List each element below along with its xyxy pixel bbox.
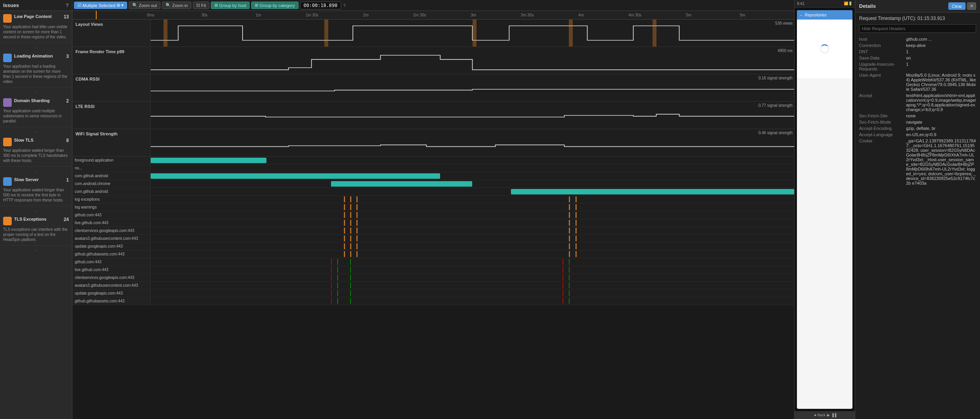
- group-by-host-button[interactable]: ⊞ Group by host: [211, 2, 250, 9]
- waterfall-bar-area: [151, 188, 794, 195]
- group-by-category-button[interactable]: ⊞ Group by category: [251, 2, 298, 9]
- chart-section-wifi-signal: WiFi Signal Strength0.46 signal strength: [72, 129, 794, 156]
- chart-metric-name: Layout Views: [76, 22, 103, 27]
- issue-desc: TLS exceptions can interfere with the pr…: [3, 227, 69, 242]
- timing-tick: [344, 212, 345, 218]
- waterfall-row[interactable]: log exceptions: [72, 196, 794, 203]
- timing-tick: [350, 212, 351, 218]
- zoom-out-button[interactable]: 🔍 Zoom out: [129, 2, 160, 9]
- waterfall-bar-area: [151, 290, 794, 297]
- help-icon[interactable]: ?: [66, 2, 69, 8]
- phone-time: 9:41: [797, 2, 804, 6]
- waterfall-row[interactable]: com.github.android: [72, 188, 794, 196]
- waterfall-row[interactable]: no...: [72, 164, 794, 172]
- timing-tick: [350, 251, 351, 257]
- issue-more[interactable]: ...: [0, 88, 72, 95]
- chart-metric-name: WiFi Signal Strength: [76, 131, 117, 136]
- detail-row: Sec-Fetch-Modenavigate: [859, 120, 976, 124]
- waterfall-row[interactable]: avatars3.githubusercontent.com:443: [72, 282, 794, 290]
- back-button[interactable]: ◄ Back: [813, 413, 825, 417]
- waterfall-row[interactable]: github.githubassets.com:443: [72, 250, 794, 258]
- waterfall-row[interactable]: com.android.chrome: [72, 180, 794, 188]
- detail-row: Accepttext/html,application/xhtml+xml,ap…: [859, 93, 976, 112]
- issue-desc: Your application had little user-visible…: [3, 24, 69, 40]
- ruler-mark-11: 5m: [740, 13, 745, 17]
- issue-more[interactable]: ...: [0, 127, 72, 135]
- waterfall-row[interactable]: com.github.android: [72, 172, 794, 180]
- chart-metric-name: LTE RSSI: [76, 104, 95, 109]
- waterfall-row[interactable]: log warnings: [72, 203, 794, 211]
- zoom-in-icon: 🔍: [165, 3, 171, 8]
- waterfall-row-label: log exceptions: [72, 196, 151, 203]
- timing-tick: [356, 196, 358, 202]
- timing-tick: [344, 196, 345, 202]
- waterfall-row[interactable]: update.googleapis.com:443: [72, 290, 794, 297]
- request-bar: [569, 259, 570, 265]
- waterfall-row[interactable]: github.githubassets.com:443: [72, 297, 794, 305]
- waterfall-row-label: github.githubassets.com:443: [72, 250, 151, 258]
- ruler-mark-1: 30s: [201, 13, 207, 17]
- clear-button[interactable]: Clear: [948, 2, 966, 10]
- timing-tick: [569, 204, 570, 210]
- request-bar: [350, 282, 351, 288]
- phone-controls[interactable]: ◄ Back ▶ ▐▐: [795, 411, 855, 419]
- timing-tick: [356, 204, 358, 210]
- waterfall-bar-area: [151, 156, 794, 164]
- issue-item-slow-server[interactable]: Slow Server 1 Your application waited lo…: [0, 174, 72, 206]
- issue-count: 1: [66, 177, 69, 183]
- detail-row: User-AgentMozilla/5.0 (Linux; Android 9;…: [859, 73, 976, 92]
- waterfall-row[interactable]: avatars3.githubusercontent.com:443: [72, 235, 794, 243]
- waterfall-row-label: foreground.application: [72, 156, 151, 164]
- request-timestamp: Request Timestamp (UTC): 01:15:33.913: [859, 16, 976, 21]
- timing-tick: [350, 220, 351, 226]
- timing-tick: [356, 228, 358, 234]
- request-bar: [563, 298, 563, 304]
- detail-field-value: en-US,en;q=0.9: [906, 132, 976, 137]
- waterfall-row[interactable]: github.com:443: [72, 258, 794, 266]
- issue-item-domain-sharding[interactable]: Domain Sharding 2 Your application used …: [0, 95, 72, 127]
- request-bar: [569, 290, 570, 296]
- chart-value-frame-render: 4950 ms: [778, 49, 793, 53]
- timing-tick: [356, 243, 358, 249]
- ruler-mark-3: 1m 30s: [306, 13, 318, 17]
- multiple-selected-button[interactable]: ☑ Multiple Selected ⊞ ▾: [74, 2, 127, 9]
- issue-more[interactable]: ...: [0, 167, 72, 174]
- issue-item-loading-animation[interactable]: Loading Animation 3 Your application had…: [0, 50, 72, 88]
- waterfall-row[interactable]: live.github.com:443: [72, 219, 794, 227]
- detail-fields: hostgithub.com ...Connectionkeep-aliveDN…: [859, 37, 976, 185]
- zoom-in-button[interactable]: 🔍 Zoom in: [162, 2, 191, 9]
- issue-more[interactable]: ...: [0, 43, 72, 50]
- request-bar: [563, 275, 563, 281]
- waterfall-row[interactable]: clientservices.googleapis.com:443: [72, 274, 794, 282]
- detail-field-key: Upgrade-Insecure-Requests: [859, 62, 906, 71]
- chart-canvas-wifi-signal: 0.46 signal strength: [151, 129, 794, 156]
- issue-item-low-page-content[interactable]: Low Page Content 13 Your application had…: [0, 11, 72, 43]
- ruler-mark-6: 3m: [471, 13, 476, 17]
- timer-help-icon[interactable]: ?: [343, 3, 346, 8]
- waterfall-row-label: avatars3.githubusercontent.com:443: [72, 235, 151, 242]
- issue-item-tls-exceptions[interactable]: TLS Exceptions 24 TLS exceptions can int…: [0, 214, 72, 246]
- waterfall-row[interactable]: clientservices.googleapis.com:443: [72, 227, 794, 235]
- play-button[interactable]: ▶: [827, 413, 830, 417]
- pause-button[interactable]: ▐▐: [831, 413, 836, 417]
- issue-desc: Your application had a loading animation…: [3, 64, 69, 84]
- chart-label-lte-rssi: LTE RSSI: [72, 102, 151, 129]
- issue-more[interactable]: ...: [0, 246, 72, 253]
- fit-button[interactable]: ⊡ Fit: [193, 2, 209, 9]
- request-bar: [350, 298, 351, 304]
- waterfall-row[interactable]: update.googleapis.com:443: [72, 243, 794, 250]
- waterfall-bar-area: [151, 243, 794, 250]
- issue-more[interactable]: ...: [0, 206, 72, 214]
- request-headers-search[interactable]: [859, 24, 976, 33]
- waterfall-row[interactable]: foreground.application: [72, 156, 794, 164]
- waterfall-row[interactable]: github.com:443: [72, 211, 794, 219]
- issue-item-slow-tls[interactable]: Slow TLS 8 Your application waited longe…: [0, 135, 72, 167]
- waterfall-row[interactable]: live.github.com:443: [72, 266, 794, 274]
- request-bar: [350, 259, 351, 265]
- detail-field-key: Accept-Language: [859, 132, 906, 137]
- timing-tick: [344, 204, 345, 210]
- details-action-buttons: Clear ✕: [948, 2, 976, 10]
- waterfall-bar-area: [151, 219, 794, 227]
- fit-icon: ⊡: [196, 3, 200, 8]
- close-button[interactable]: ✕: [967, 2, 976, 10]
